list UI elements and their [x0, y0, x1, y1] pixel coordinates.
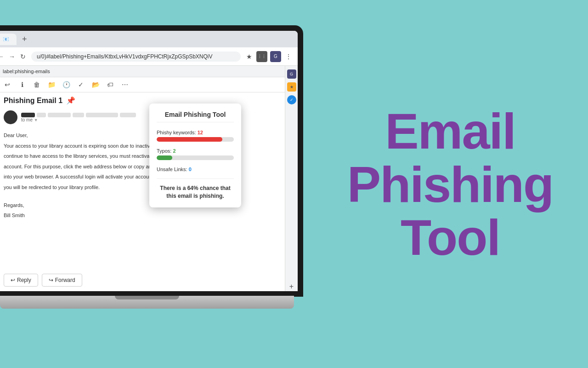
toolbar-delete[interactable]: 🗑: [31, 79, 42, 90]
laptop-wrapper: 📧 + ← → ↻ ★ ⋮⋮ G: [0, 0, 312, 368]
extension-icon-grid[interactable]: ⋮⋮: [256, 51, 267, 62]
email-breadcrumb: label:phishing-emails: [0, 66, 285, 77]
sidebar-icon-add[interactable]: +: [287, 282, 296, 291]
laptop-outer: 📧 + ← → ↻ ★ ⋮⋮ G: [0, 25, 308, 310]
sidebar-icon-yellow[interactable]: ★: [287, 82, 296, 92]
back-button[interactable]: ←: [0, 52, 6, 61]
typos-bar-bg: [157, 155, 234, 160]
chrome-right-sidebar: G ★ ✓ +: [285, 66, 298, 291]
toolbar-check[interactable]: ✓: [75, 79, 86, 90]
phishy-keywords-value: 12: [198, 130, 203, 135]
forward-button[interactable]: ↪ Forward: [42, 274, 82, 287]
breadcrumb-label: label:phishing-emails: [3, 69, 50, 74]
toolbar-time[interactable]: 🕐: [61, 79, 72, 90]
browser-chrome: 📧 + ← → ↻ ★ ⋮⋮ G: [0, 31, 298, 291]
laptop-base: [0, 296, 294, 309]
toolbar-more[interactable]: ⋯: [119, 79, 130, 90]
laptop-hinge: [115, 296, 179, 299]
phishy-keywords-bar-fill: [157, 137, 222, 142]
reload-button[interactable]: ↻: [18, 52, 28, 61]
email-subject-row: Phishing Email 1 📌: [0, 92, 285, 109]
email-main-area: label:phishing-emails ↩ ℹ 🗑 📁 🕐 ✓ 📂 🏷: [0, 66, 285, 291]
email-sender-name: Bill Smith: [4, 212, 279, 219]
browser-tab-bar: 📧 +: [0, 31, 298, 47]
prediction-text: There is a 64% chance that this email is…: [157, 184, 234, 200]
sender-avatar: [4, 110, 17, 124]
reply-button[interactable]: ↩ Reply: [4, 274, 38, 287]
forward-button[interactable]: →: [7, 52, 17, 61]
tab-favicon: 📧: [3, 36, 9, 42]
toolbar-info[interactable]: ℹ: [17, 79, 28, 90]
popup-divider: [157, 178, 234, 179]
toolbar-back[interactable]: ↩: [2, 79, 13, 90]
unsafe-links-metric: Unsafe Links: 0: [157, 167, 234, 172]
unsafe-links-value: 0: [189, 167, 192, 172]
typos-bar-fill: [157, 155, 172, 160]
new-tab-button[interactable]: +: [18, 33, 31, 46]
extension-icon-user[interactable]: G: [270, 51, 281, 62]
typos-value: 2: [173, 148, 175, 154]
browser-address-bar: ← → ↻ ★ ⋮⋮ G ⋮: [0, 47, 298, 66]
unsafe-links-label: Unsafe Links: 0: [157, 167, 234, 172]
reply-label: Reply: [17, 277, 31, 283]
bookmark-icon[interactable]: ★: [244, 52, 254, 61]
typos-metric: Typos: 2: [157, 148, 234, 160]
email-subject-text: Phishing Email 1: [4, 97, 62, 105]
sidebar-icon-blue[interactable]: ✓: [287, 95, 296, 104]
menu-icon[interactable]: ⋮: [284, 52, 293, 61]
typos-label: Typos: 2: [157, 148, 234, 154]
toolbar-tag[interactable]: 🏷: [105, 79, 116, 90]
browser-tab-active[interactable]: 📧: [0, 34, 17, 45]
email-actions: ↩ Reply ↪ Forward: [0, 269, 285, 291]
email-body: Dear User, Your access to your library a…: [0, 126, 285, 269]
popup-title: Email Phishing Tool: [157, 111, 234, 122]
phishy-keywords-metric: Phishy keywords: 12: [157, 130, 234, 142]
toolbar-archive[interactable]: 📂: [90, 79, 101, 90]
forward-label: Forward: [55, 277, 75, 283]
email-toolbar: ↩ ℹ 🗑 📁 🕐 ✓ 📂 🏷 ⋯: [0, 77, 285, 92]
forward-icon: ↪: [49, 277, 53, 283]
toolbar-folder[interactable]: 📁: [46, 79, 57, 90]
browser-content: label:phishing-emails ↩ ℹ 🗑 📁 🕐 ✓ 📂 🏷: [0, 66, 298, 291]
hero-text-block: Email Phishing Tool: [340, 104, 560, 264]
sender-info-row: to me ▼: [0, 109, 285, 126]
address-input[interactable]: [31, 52, 241, 62]
phishy-keywords-label: Phishy keywords: 12: [157, 130, 234, 135]
extension-popup: Email Phishing Tool Phishy keywords: 12 …: [149, 104, 241, 207]
phishy-keywords-bar-bg: [157, 137, 234, 142]
hero-line2: Phishing: [340, 157, 560, 211]
reply-icon: ↩: [11, 277, 15, 283]
address-icons: ★ ⋮⋮ G ⋮: [244, 51, 293, 62]
hero-line3: Tool: [340, 211, 560, 264]
hero-line1: Email: [340, 104, 560, 158]
sidebar-icon-g[interactable]: G: [287, 69, 296, 79]
phishing-badge-icon: 📌: [66, 96, 75, 105]
